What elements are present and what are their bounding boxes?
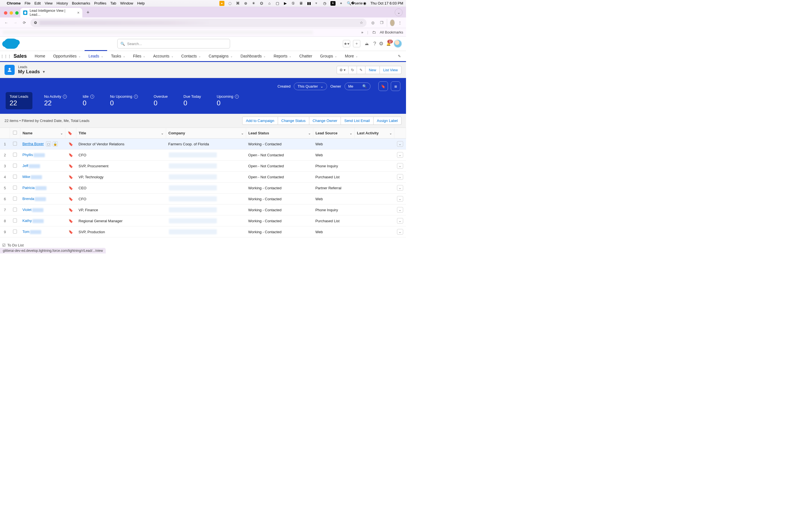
action-send-list-email[interactable]: Send List Email [341,117,373,125]
edit-inline-button[interactable]: ✎ [357,66,365,74]
col-lead-source[interactable]: Lead Source⌄ [313,128,354,138]
checkbox-icon[interactable] [13,230,17,233]
global-search-input[interactable]: 🔍 Search... [117,39,230,48]
row-select[interactable] [10,161,20,172]
mic-record-icon[interactable]: ● [219,1,224,6]
minimize-window-icon[interactable] [10,11,13,15]
kpi-no-activity[interactable]: No Activityi22 [40,92,71,109]
reload-button[interactable]: ⟳ [20,19,28,27]
spotlight-icon[interactable]: 🔍 [347,1,351,6]
bookmark-outline-icon[interactable]: 🔖 [68,142,73,146]
cell-bookmark[interactable]: 🔖 [65,182,77,193]
filter-panel-icon[interactable]: ≣ [391,81,400,91]
col-name[interactable]: Name⌄ [20,128,65,138]
row-select[interactable] [10,193,20,205]
col-lead-status[interactable]: Lead Status⌄ [246,128,313,138]
bookmarks-overflow-icon[interactable]: » [361,30,363,34]
bluetooth-icon[interactable]: ⌖ [339,1,343,6]
menuextra-icon[interactable]: ◌ [228,1,232,6]
row-actions-menu[interactable]: ⌄ [397,196,403,202]
row-actions-menu[interactable]: ⌄ [397,185,403,191]
notifications-bell-icon[interactable]: 🔔12 [386,42,391,46]
menuextra-icon[interactable]: ① [291,1,296,6]
lead-name-link[interactable]: Tom [22,230,29,234]
cell-bookmark[interactable]: 🔖 [65,216,77,226]
lead-name-link[interactable]: Mike [22,175,30,179]
address-bar[interactable]: ⚙ ☆ [31,18,366,27]
all-bookmarks-link[interactable]: All Bookmarks [380,30,403,34]
close-tab-icon[interactable]: × [77,10,80,15]
col-bookmark[interactable]: 🔖 [65,128,77,138]
site-info-icon[interactable]: ⚙ [34,20,37,25]
checkbox-icon[interactable] [13,153,17,157]
row-actions-menu[interactable]: ⌄ [397,174,403,180]
kpi-total-leads[interactable]: Total Leads22 [6,92,33,109]
bookmark-outline-icon[interactable]: 🔖 [68,175,73,179]
lead-name-link[interactable]: Patricia [22,186,35,190]
extensions-menu-icon[interactable]: ❐ [378,19,386,27]
row-select[interactable] [10,216,20,226]
col-last-activity[interactable]: Last Activity⌄ [355,128,395,138]
checkbox-icon[interactable] [13,175,17,179]
all-bookmarks-folder-icon[interactable]: 🗀 [372,30,376,34]
nav-tab-groups[interactable]: Groups ⌄ [316,50,341,61]
menu-help[interactable]: Help [137,1,145,5]
menuextra-icon[interactable]: ⌂ [267,1,272,6]
menu-bookmarks[interactable]: Bookmarks [72,1,90,5]
nav-tab-more[interactable]: More ⌄ [341,50,362,61]
menubar-app[interactable]: Chrome [7,1,20,5]
col-company[interactable]: Company⌄ [166,128,246,138]
open-record-icon[interactable]: ▢ [46,142,51,147]
new-button[interactable]: New [365,66,380,74]
cell-bookmark[interactable]: 🔖 [65,150,77,161]
nav-tab-chatter[interactable]: Chatter [295,50,316,61]
display-icon[interactable]: 🖥 [299,1,303,6]
menu-view[interactable]: View [45,1,52,5]
row-select[interactable] [10,205,20,216]
bookmark-outline-icon[interactable]: 🔖 [68,219,73,223]
cell-bookmark[interactable]: 🔖 [65,205,77,216]
nav-tab-tasks[interactable]: Tasks ⌄ [107,50,129,61]
col-select-all[interactable] [10,128,20,138]
favorites-star-icon[interactable]: ★▾ [343,40,350,47]
lead-name-link[interactable]: Kathy [22,219,32,223]
bookmark-outline-icon[interactable]: 🔖 [68,186,73,190]
chrome-menu-icon[interactable]: ⋮ [396,19,404,27]
menuextra-icon[interactable]: ⌘ [236,1,240,6]
kpi-no-upcoming[interactable]: No Upcomingi0 [106,92,142,109]
cell-bookmark[interactable]: 🔖 [65,226,77,237]
lead-name-link[interactable]: Brenda [22,196,34,201]
refresh-button[interactable]: ↻ [349,66,357,74]
bookmark-star-icon[interactable]: ☆ [360,20,363,25]
global-add-icon[interactable]: ＋ [353,40,360,47]
nav-tab-home[interactable]: Home [31,50,49,61]
kpi-idle[interactable]: Idlei0 [79,92,98,109]
new-tab-button[interactable]: + [84,8,92,16]
menu-window[interactable]: Window [120,1,133,5]
menuextra-icon[interactable]: ✳ [252,1,256,6]
menu-file[interactable]: File [24,1,31,5]
bookmark-outline-icon[interactable]: 🔖 [68,164,73,168]
row-actions-menu[interactable]: ⌄ [397,141,403,147]
bookmark-panel-icon[interactable]: 🔖 [378,81,388,91]
menubar-clock[interactable]: Thu Oct 17 6:03 PM [370,1,403,5]
menu-profiles[interactable]: Profiles [94,1,106,5]
nav-tab-reports[interactable]: Reports ⌄ [269,50,295,61]
menuextra-icon[interactable]: ▶ [283,1,288,6]
col-title[interactable]: Title⌄ [77,128,166,138]
owner-filter-picker[interactable]: Me🔍 [345,82,370,90]
profile-avatar[interactable] [387,19,395,27]
salesforce-logo-icon[interactable] [4,39,18,49]
extension-icon[interactable]: ◎ [369,19,377,27]
browser-tab[interactable]: Lead Intelligence View | Lead… × [20,8,82,17]
lead-name-link[interactable]: Jeff [22,164,28,168]
nav-tab-accounts[interactable]: Accounts ⌄ [149,50,177,61]
lead-name-link[interactable]: Bertha Boxer [22,142,44,146]
maximize-window-icon[interactable] [15,11,18,15]
cell-bookmark[interactable]: 🔖 [65,172,77,182]
nav-tab-leads[interactable]: Leads ⌄ [85,50,107,61]
row-actions-menu[interactable]: ⌄ [397,218,403,224]
nav-tab-files[interactable]: Files ⌄ [129,50,149,61]
checkbox-icon[interactable] [13,219,17,223]
action-assign-label[interactable]: Assign Label [373,117,402,125]
